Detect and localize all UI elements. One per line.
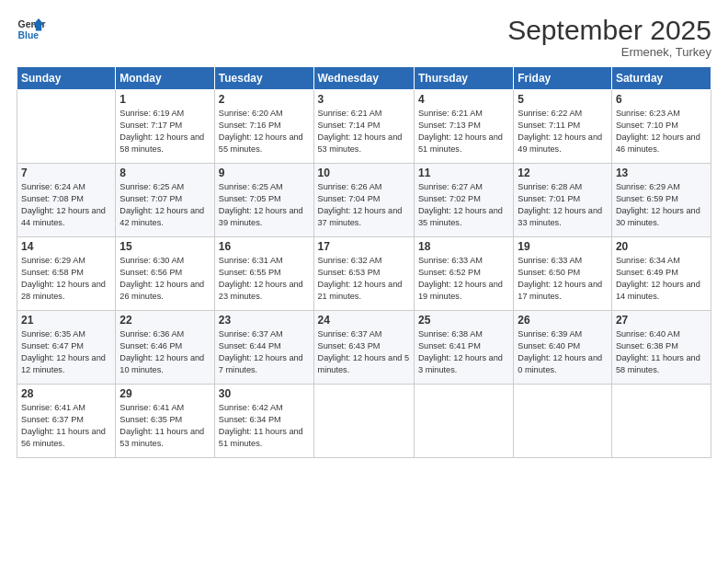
day-info: Sunrise: 6:26 AMSunset: 7:04 PMDaylight:… bbox=[318, 181, 410, 229]
table-row bbox=[414, 385, 513, 458]
table-row: 26 Sunrise: 6:39 AMSunset: 6:40 PMDaylig… bbox=[514, 311, 612, 385]
day-number: 9 bbox=[219, 167, 310, 179]
table-row: 28 Sunrise: 6:41 AMSunset: 6:37 PMDaylig… bbox=[17, 385, 116, 458]
day-number: 16 bbox=[219, 240, 310, 253]
day-info: Sunrise: 6:29 AMSunset: 6:58 PMDaylight:… bbox=[21, 255, 111, 303]
day-number: 12 bbox=[518, 167, 608, 179]
day-info: Sunrise: 6:39 AMSunset: 6:40 PMDaylight:… bbox=[518, 328, 608, 376]
day-number: 28 bbox=[21, 387, 111, 400]
day-info: Sunrise: 6:24 AMSunset: 7:08 PMDaylight:… bbox=[21, 181, 111, 229]
calendar-week-row: 21 Sunrise: 6:35 AMSunset: 6:47 PMDaylig… bbox=[17, 311, 711, 385]
day-number: 3 bbox=[318, 93, 410, 106]
header-tuesday: Tuesday bbox=[214, 67, 313, 90]
calendar-week-row: 1 Sunrise: 6:19 AMSunset: 7:17 PMDayligh… bbox=[17, 90, 711, 164]
day-number: 10 bbox=[318, 167, 410, 179]
table-row: 18 Sunrise: 6:33 AMSunset: 6:52 PMDaylig… bbox=[414, 237, 513, 311]
header-friday: Friday bbox=[514, 67, 612, 90]
day-info: Sunrise: 6:21 AMSunset: 7:13 PMDaylight:… bbox=[418, 108, 509, 155]
day-number: 19 bbox=[518, 240, 608, 253]
day-info: Sunrise: 6:42 AMSunset: 6:34 PMDaylight:… bbox=[219, 402, 310, 450]
day-number: 15 bbox=[119, 240, 210, 253]
day-number: 25 bbox=[418, 314, 509, 327]
page-header: General Blue September 2025 Ermenek, Tur… bbox=[17, 15, 711, 59]
day-number: 1 bbox=[119, 93, 210, 106]
header-sunday: Sunday bbox=[17, 67, 116, 90]
day-number: 24 bbox=[318, 314, 410, 327]
day-info: Sunrise: 6:32 AMSunset: 6:53 PMDaylight:… bbox=[318, 255, 410, 303]
table-row: 16 Sunrise: 6:31 AMSunset: 6:55 PMDaylig… bbox=[214, 237, 313, 311]
day-info: Sunrise: 6:29 AMSunset: 6:59 PMDaylight:… bbox=[616, 181, 707, 229]
table-row: 15 Sunrise: 6:30 AMSunset: 6:56 PMDaylig… bbox=[116, 237, 214, 311]
svg-text:Blue: Blue bbox=[18, 30, 40, 40]
logo: General Blue bbox=[17, 15, 46, 44]
title-block: September 2025 Ermenek, Turkey bbox=[507, 15, 711, 59]
day-number: 2 bbox=[219, 93, 310, 106]
table-row: 24 Sunrise: 6:37 AMSunset: 6:43 PMDaylig… bbox=[313, 311, 414, 385]
table-row: 14 Sunrise: 6:29 AMSunset: 6:58 PMDaylig… bbox=[17, 237, 116, 311]
day-number: 8 bbox=[119, 167, 210, 179]
day-info: Sunrise: 6:28 AMSunset: 7:01 PMDaylight:… bbox=[518, 181, 608, 229]
table-row: 13 Sunrise: 6:29 AMSunset: 6:59 PMDaylig… bbox=[611, 164, 711, 237]
day-info: Sunrise: 6:25 AMSunset: 7:07 PMDaylight:… bbox=[119, 181, 210, 229]
day-number: 23 bbox=[219, 314, 310, 327]
day-info: Sunrise: 6:33 AMSunset: 6:50 PMDaylight:… bbox=[518, 255, 608, 303]
day-info: Sunrise: 6:37 AMSunset: 6:43 PMDaylight:… bbox=[318, 328, 410, 376]
day-number: 30 bbox=[219, 387, 310, 400]
table-row: 30 Sunrise: 6:42 AMSunset: 6:34 PMDaylig… bbox=[214, 385, 313, 458]
day-info: Sunrise: 6:31 AMSunset: 6:55 PMDaylight:… bbox=[219, 255, 310, 303]
header-thursday: Thursday bbox=[414, 67, 513, 90]
day-info: Sunrise: 6:19 AMSunset: 7:17 PMDaylight:… bbox=[119, 108, 210, 155]
table-row bbox=[313, 385, 414, 458]
day-info: Sunrise: 6:38 AMSunset: 6:41 PMDaylight:… bbox=[418, 328, 509, 376]
table-row: 20 Sunrise: 6:34 AMSunset: 6:49 PMDaylig… bbox=[611, 237, 711, 311]
day-info: Sunrise: 6:20 AMSunset: 7:16 PMDaylight:… bbox=[219, 108, 310, 155]
day-number: 6 bbox=[616, 93, 707, 106]
table-row bbox=[514, 385, 612, 458]
day-info: Sunrise: 6:40 AMSunset: 6:38 PMDaylight:… bbox=[616, 328, 707, 376]
day-info: Sunrise: 6:21 AMSunset: 7:14 PMDaylight:… bbox=[318, 108, 410, 155]
calendar-week-row: 7 Sunrise: 6:24 AMSunset: 7:08 PMDayligh… bbox=[17, 164, 711, 237]
day-info: Sunrise: 6:37 AMSunset: 6:44 PMDaylight:… bbox=[219, 328, 310, 376]
header-monday: Monday bbox=[116, 67, 214, 90]
table-row: 25 Sunrise: 6:38 AMSunset: 6:41 PMDaylig… bbox=[414, 311, 513, 385]
day-number: 21 bbox=[21, 314, 111, 327]
month-title: September 2025 bbox=[507, 15, 711, 45]
calendar-week-row: 14 Sunrise: 6:29 AMSunset: 6:58 PMDaylig… bbox=[17, 237, 711, 311]
table-row: 2 Sunrise: 6:20 AMSunset: 7:16 PMDayligh… bbox=[214, 90, 313, 164]
table-row: 3 Sunrise: 6:21 AMSunset: 7:14 PMDayligh… bbox=[313, 90, 414, 164]
day-number: 5 bbox=[518, 93, 608, 106]
header-saturday: Saturday bbox=[611, 67, 711, 90]
table-row bbox=[17, 90, 116, 164]
day-info: Sunrise: 6:41 AMSunset: 6:37 PMDaylight:… bbox=[21, 402, 111, 450]
day-number: 7 bbox=[21, 167, 111, 179]
table-row: 9 Sunrise: 6:25 AMSunset: 7:05 PMDayligh… bbox=[214, 164, 313, 237]
calendar-week-row: 28 Sunrise: 6:41 AMSunset: 6:37 PMDaylig… bbox=[17, 385, 711, 458]
table-row: 6 Sunrise: 6:23 AMSunset: 7:10 PMDayligh… bbox=[611, 90, 711, 164]
day-info: Sunrise: 6:25 AMSunset: 7:05 PMDaylight:… bbox=[219, 181, 310, 229]
day-number: 4 bbox=[418, 93, 509, 106]
table-row bbox=[611, 385, 711, 458]
table-row: 22 Sunrise: 6:36 AMSunset: 6:46 PMDaylig… bbox=[116, 311, 214, 385]
table-row: 8 Sunrise: 6:25 AMSunset: 7:07 PMDayligh… bbox=[116, 164, 214, 237]
table-row: 23 Sunrise: 6:37 AMSunset: 6:44 PMDaylig… bbox=[214, 311, 313, 385]
day-number: 18 bbox=[418, 240, 509, 253]
table-row: 1 Sunrise: 6:19 AMSunset: 7:17 PMDayligh… bbox=[116, 90, 214, 164]
day-info: Sunrise: 6:22 AMSunset: 7:11 PMDaylight:… bbox=[518, 108, 608, 155]
table-row: 27 Sunrise: 6:40 AMSunset: 6:38 PMDaylig… bbox=[611, 311, 711, 385]
day-info: Sunrise: 6:36 AMSunset: 6:46 PMDaylight:… bbox=[119, 328, 210, 376]
table-row: 12 Sunrise: 6:28 AMSunset: 7:01 PMDaylig… bbox=[514, 164, 612, 237]
table-row: 4 Sunrise: 6:21 AMSunset: 7:13 PMDayligh… bbox=[414, 90, 513, 164]
day-info: Sunrise: 6:33 AMSunset: 6:52 PMDaylight:… bbox=[418, 255, 509, 303]
day-info: Sunrise: 6:35 AMSunset: 6:47 PMDaylight:… bbox=[21, 328, 111, 376]
table-row: 29 Sunrise: 6:41 AMSunset: 6:35 PMDaylig… bbox=[116, 385, 214, 458]
day-info: Sunrise: 6:27 AMSunset: 7:02 PMDaylight:… bbox=[418, 181, 509, 229]
day-info: Sunrise: 6:34 AMSunset: 6:49 PMDaylight:… bbox=[616, 255, 707, 303]
location-subtitle: Ermenek, Turkey bbox=[507, 45, 711, 59]
day-number: 17 bbox=[318, 240, 410, 253]
table-row: 5 Sunrise: 6:22 AMSunset: 7:11 PMDayligh… bbox=[514, 90, 612, 164]
table-row: 10 Sunrise: 6:26 AMSunset: 7:04 PMDaylig… bbox=[313, 164, 414, 237]
day-number: 11 bbox=[418, 167, 509, 179]
table-row: 17 Sunrise: 6:32 AMSunset: 6:53 PMDaylig… bbox=[313, 237, 414, 311]
table-row: 7 Sunrise: 6:24 AMSunset: 7:08 PMDayligh… bbox=[17, 164, 116, 237]
table-row: 19 Sunrise: 6:33 AMSunset: 6:50 PMDaylig… bbox=[514, 237, 612, 311]
